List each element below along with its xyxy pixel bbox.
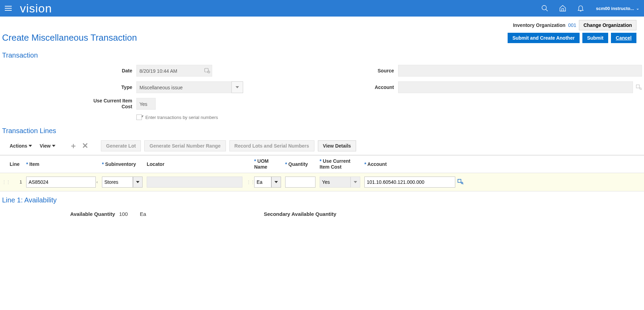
cost-select[interactable]: Yes: [136, 98, 156, 110]
availability-header: Line 1: Availability: [0, 191, 644, 208]
lines-toolbar: Actions View ＋ ✕ Generate Lot Generate S…: [0, 138, 644, 155]
uom-input[interactable]: [254, 177, 271, 188]
title-row: Create Miscellaneous Transaction Submit …: [0, 30, 644, 47]
subinventory-dropdown[interactable]: [133, 177, 143, 188]
bell-icon[interactable]: [577, 4, 585, 12]
svg-rect-7: [458, 179, 461, 182]
generate-lot-button[interactable]: Generate Lot: [101, 140, 141, 151]
submit-create-another-button[interactable]: Submit and Create Another: [508, 33, 580, 43]
available-quantity-value: 100: [119, 211, 140, 217]
lines-grid: Line Item Subinventory Locator UOMName Q…: [0, 155, 644, 191]
transaction-form: Date 8/20/19 10:44 AM Source Type Miscel…: [0, 63, 644, 122]
chevron-down-icon: ⌄: [636, 6, 639, 11]
locator-input[interactable]: [147, 177, 242, 188]
account-lookup-icon[interactable]: [457, 178, 464, 186]
generate-serial-button[interactable]: Generate Serial Number Range: [144, 140, 226, 151]
user-name: scm00 instructo...: [596, 6, 634, 11]
chevron-down-icon: [236, 86, 239, 88]
change-organization-button[interactable]: Change Organization: [579, 20, 636, 30]
item-lookup-icon[interactable]: ‹: [96, 179, 98, 184]
svg-rect-4: [636, 85, 640, 88]
chevron-down-icon: [274, 181, 278, 183]
delete-row-button[interactable]: ✕: [81, 142, 89, 150]
line-number: 1: [8, 178, 24, 186]
type-dropdown-button[interactable]: [231, 81, 243, 93]
svg-line-9: [463, 183, 463, 184]
row-handle-icon[interactable]: ⋮⋮: [0, 178, 8, 186]
item-input[interactable]: [26, 177, 96, 188]
col-subinv: Subinventory: [100, 159, 145, 170]
col-account: Account: [362, 159, 466, 170]
use-cost-input[interactable]: [320, 177, 351, 188]
chevron-down-icon: [136, 181, 139, 183]
app-logo: vision: [20, 2, 52, 15]
transaction-header: Transaction: [0, 47, 644, 63]
actions-menu[interactable]: Actions: [8, 143, 34, 149]
search-icon[interactable]: [541, 4, 549, 12]
drag-handle-icon[interactable]: ⋮⋮: [245, 178, 252, 186]
account-line-input[interactable]: [364, 177, 455, 188]
available-quantity-label: Available Quantity: [2, 211, 119, 217]
lines-header: Transaction Lines: [0, 122, 644, 138]
col-locator: Locator: [145, 159, 245, 170]
org-label: Inventory Organization: [513, 22, 565, 28]
col-item: Item: [24, 159, 100, 170]
add-row-button[interactable]: ＋: [69, 142, 77, 150]
source-label: Source: [319, 68, 398, 73]
type-input[interactable]: Miscellaneous issue: [136, 81, 231, 93]
chevron-down-icon: [29, 145, 32, 147]
available-quantity-uom: Ea: [140, 211, 160, 217]
user-menu[interactable]: scm00 instructo... ⌄: [596, 6, 639, 11]
cost-label: Use Current ItemCost: [2, 98, 136, 110]
account-label: Account: [319, 84, 398, 90]
org-value: 001: [568, 22, 576, 28]
serial-checkbox-label: Enter transactions by serial numbers: [145, 115, 218, 120]
svg-line-6: [641, 89, 642, 90]
use-cost-dropdown[interactable]: [351, 177, 360, 188]
hamburger-icon[interactable]: [5, 4, 13, 12]
record-lots-button[interactable]: Record Lots and Serial Numbers: [229, 140, 314, 151]
home-icon[interactable]: [559, 4, 567, 12]
account-input[interactable]: [398, 81, 633, 93]
availability-row: Available Quantity 100 Ea Secondary Avai…: [0, 208, 644, 231]
secondary-available-label: Secondary Available Quantity: [264, 211, 642, 217]
page-title: Create Miscellaneous Transaction: [2, 32, 137, 43]
source-input[interactable]: [398, 65, 642, 77]
type-label: Type: [2, 84, 136, 90]
chevron-down-icon: [354, 181, 357, 183]
subinventory-input[interactable]: [102, 177, 133, 188]
view-details-button[interactable]: View Details: [318, 140, 356, 151]
calendar-icon[interactable]: [204, 67, 210, 74]
col-cost: Use CurrentItem Cost: [318, 156, 362, 173]
svg-line-1: [546, 9, 548, 11]
chevron-down-icon: [52, 145, 55, 147]
table-row: ⋮⋮ 1 ‹ ⋮⋮: [0, 173, 644, 191]
quantity-input[interactable]: [285, 177, 315, 188]
org-row: Inventory Organization 001 Change Organi…: [0, 17, 644, 30]
col-qty: Quantity: [283, 159, 318, 170]
serial-checkbox-row: Enter transactions by serial numbers: [136, 114, 319, 120]
svg-point-0: [542, 6, 547, 10]
view-menu[interactable]: View: [38, 143, 58, 149]
col-uom: UOMName: [252, 156, 283, 173]
account-lookup-icon[interactable]: [636, 84, 642, 91]
col-line: Line: [8, 159, 24, 170]
uom-dropdown[interactable]: [271, 177, 281, 188]
grid-header: Line Item Subinventory Locator UOMName Q…: [0, 156, 644, 173]
serial-checkbox[interactable]: [136, 114, 142, 120]
date-label: Date: [2, 68, 136, 73]
date-input[interactable]: 8/20/19 10:44 AM: [136, 65, 212, 77]
cancel-button[interactable]: Cancel: [611, 33, 636, 43]
submit-button[interactable]: Submit: [582, 33, 608, 43]
topbar: vision scm00 instructo... ⌄: [0, 0, 644, 17]
